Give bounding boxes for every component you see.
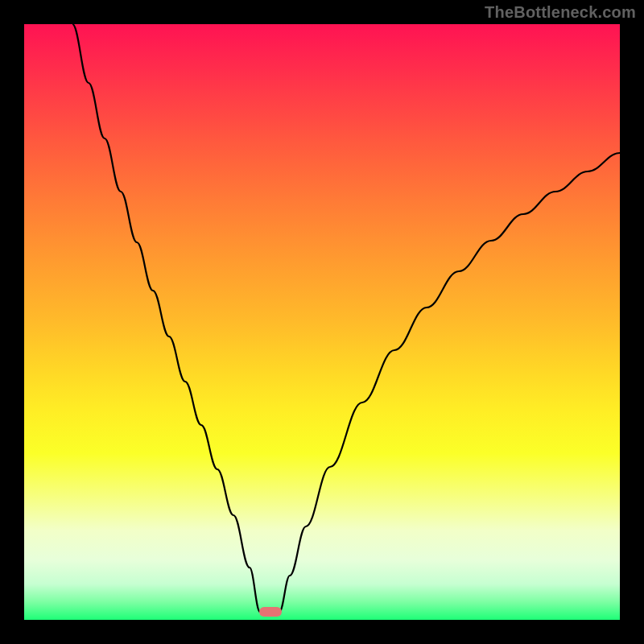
chart-curve [24, 24, 620, 620]
minimum-marker [259, 607, 282, 617]
chart-plot-area [24, 24, 620, 620]
curve-left-branch [72, 24, 260, 612]
curve-right-branch [279, 153, 620, 612]
watermark-text: TheBottleneck.com [485, 3, 636, 22]
